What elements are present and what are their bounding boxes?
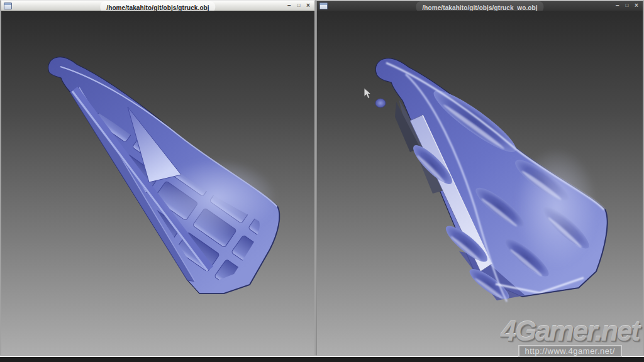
watermark-logo: 4Gamer.net	[501, 319, 639, 344]
viewport-3d-gtruck-wo[interactable]	[317, 11, 643, 355]
mouse-cursor	[364, 87, 372, 99]
window-gtruck-wo: /home/takahito/git/objs/gtruck_wo.obj − …	[316, 0, 644, 356]
maximize-button[interactable]: □	[623, 1, 631, 10]
gloss-highlight	[516, 148, 597, 267]
maximize-button[interactable]: □	[295, 1, 303, 10]
gloss-highlight	[157, 159, 277, 237]
close-button[interactable]: ×	[304, 1, 312, 10]
desktop: /home/takahito/git/objs/gtruck.obj − □ ×	[0, 0, 644, 362]
pin-stub	[375, 99, 386, 107]
window-controls: − □ ×	[614, 1, 640, 10]
close-button[interactable]: ×	[633, 1, 640, 10]
watermark-url: http://www.4gamer.net/	[518, 345, 622, 357]
window-gtruck: /home/takahito/git/objs/gtruck.obj − □ ×	[0, 0, 316, 356]
window-icon	[4, 3, 12, 9]
window-icon	[319, 3, 328, 9]
window-controls: − □ ×	[286, 1, 312, 10]
titlebar-gtruck-wo[interactable]: /home/takahito/git/objs/gtruck_wo.obj − …	[317, 1, 643, 11]
watermark: 4Gamer.net http://www.4gamer.net/	[501, 319, 639, 357]
model-gtruck-canvas	[1, 11, 314, 355]
viewport-3d-gtruck[interactable]	[1, 11, 314, 355]
titlebar-gtruck[interactable]: /home/takahito/git/objs/gtruck.obj − □ ×	[1, 1, 314, 11]
minimize-button[interactable]: −	[286, 1, 293, 10]
minimize-button[interactable]: −	[614, 1, 621, 10]
model-gtruck-wo-canvas	[317, 11, 643, 355]
